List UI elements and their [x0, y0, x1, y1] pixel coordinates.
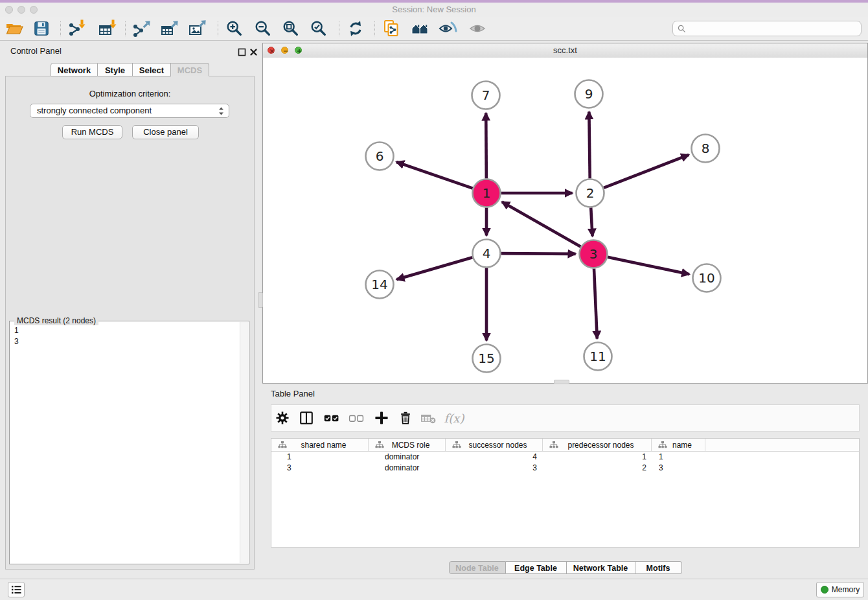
table-cell[interactable]: 1 — [543, 452, 652, 463]
graph-node-label-15: 15 — [478, 351, 494, 366]
main-titlebar[interactable]: Session: New Session — [0, 3, 868, 17]
tab-edge-table[interactable]: Edge Table — [506, 561, 567, 574]
export-network-button[interactable] — [131, 17, 153, 40]
table-cell[interactable]: 1 — [271, 452, 369, 463]
eye-icon — [468, 19, 487, 38]
graph-edge-4-3[interactable] — [501, 253, 575, 254]
import-table-button[interactable] — [97, 17, 119, 40]
column-header-MCDS-role[interactable]: MCDS role — [369, 439, 446, 451]
select-all-button[interactable] — [321, 408, 342, 428]
tab-select[interactable]: Select — [133, 63, 171, 76]
add-column-button[interactable] — [371, 408, 392, 428]
tab-motifs[interactable]: Motifs — [635, 561, 682, 574]
table-settings-button[interactable] — [272, 408, 293, 428]
zoom-in-button[interactable] — [223, 17, 246, 40]
delete-table-icon — [420, 410, 437, 426]
export-table-button[interactable] — [159, 17, 181, 40]
result-line: 3 — [14, 336, 240, 347]
graph-edge-3-11[interactable] — [594, 268, 597, 338]
network-view-window[interactable]: scc.txt 1234678910111415 — [262, 43, 868, 384]
table-cell[interactable]: 1 — [652, 452, 705, 463]
open-session-button[interactable] — [3, 17, 25, 40]
close-panel-icon[interactable] — [249, 48, 258, 56]
gear-icon — [274, 410, 291, 426]
criterion-dropdown[interactable]: strongly connected component — [30, 104, 229, 118]
float-panel-icon[interactable] — [238, 48, 246, 56]
network-window-titlebar[interactable]: scc.txt — [263, 43, 867, 58]
import-table-icon — [98, 19, 117, 38]
table-cell[interactable]: dominator — [369, 452, 446, 463]
import-network-icon — [67, 19, 87, 38]
node-table[interactable]: shared nameMCDS rolesuccessor nodesprede… — [271, 438, 860, 548]
application-window: Session: New Session — [0, 0, 868, 600]
edges-layer — [396, 111, 689, 340]
deselect-all-button[interactable] — [346, 408, 367, 428]
status-bar: Memory — [0, 579, 868, 600]
function-builder-button[interactable]: f(x) — [444, 408, 464, 428]
graph-node-label-8: 8 — [702, 141, 710, 156]
search-box[interactable] — [672, 21, 862, 36]
graph-edge-3-10[interactable] — [608, 257, 689, 275]
search-icon — [678, 25, 686, 33]
table-cell[interactable]: 4 — [446, 452, 543, 463]
window-title: Session: New Session — [0, 3, 868, 17]
table-row[interactable]: 1dominator411 — [271, 452, 859, 463]
memory-button[interactable]: Memory — [816, 582, 864, 597]
show-columns-button[interactable] — [296, 408, 317, 428]
network-overview-button[interactable] — [409, 17, 431, 40]
attribute-tree-icon — [375, 441, 384, 448]
tab-node-table[interactable]: Node Table — [449, 561, 506, 574]
column-header-shared-name[interactable]: shared name — [271, 439, 369, 451]
network-graph: 1234678910111415 — [263, 58, 867, 383]
table-cell[interactable]: 3 — [652, 463, 705, 474]
column-header-predecessor-nodes[interactable]: predecessor nodes — [543, 439, 652, 451]
task-history-button[interactable] — [8, 582, 25, 597]
copy-network-icon — [382, 19, 402, 38]
close-panel-button[interactable]: Close panel — [132, 125, 199, 139]
table-panel: Table Panel — [262, 387, 868, 579]
fx-icon: f(x) — [444, 411, 464, 425]
mcds-result-box[interactable]: MCDS result (2 nodes) 13 — [9, 321, 249, 564]
graph-edge-2-8[interactable] — [604, 155, 689, 188]
export-network-icon — [132, 19, 152, 38]
horizontal-splitter-handle[interactable] — [554, 380, 569, 384]
search-input[interactable] — [689, 23, 861, 34]
refresh-button[interactable] — [345, 17, 367, 40]
column-header-successor-nodes[interactable]: successor nodes — [446, 439, 543, 451]
zoom-fit-button[interactable] — [280, 17, 302, 40]
tab-mcds[interactable]: MCDS — [171, 63, 209, 76]
hide-panel-button[interactable] — [437, 17, 459, 40]
graph-edge-1-7[interactable] — [486, 113, 486, 178]
tab-style[interactable]: Style — [98, 63, 133, 76]
result-scrollbar[interactable] — [240, 322, 248, 563]
control-panel-tabs: NetworkStyleSelectMCDS — [51, 63, 209, 76]
export-image-button[interactable] — [187, 17, 209, 40]
run-mcds-button[interactable]: Run MCDS — [62, 125, 122, 139]
new-network-from-selection-button[interactable] — [381, 17, 403, 40]
save-session-button[interactable] — [30, 17, 52, 40]
delete-column-button[interactable] — [395, 408, 416, 428]
table-cell[interactable]: 2 — [543, 463, 652, 474]
table-cell[interactable]: 3 — [271, 463, 369, 474]
table-cell[interactable]: 3 — [446, 463, 543, 474]
tab-network[interactable]: Network — [51, 63, 98, 76]
graph-edge-2-9[interactable] — [589, 111, 589, 178]
graph-edge-3-1[interactable] — [502, 202, 581, 247]
show-panel-button[interactable] — [466, 17, 488, 40]
column-header-name[interactable]: name — [652, 439, 705, 451]
table-cell[interactable]: dominator — [369, 463, 446, 474]
delete-table-button[interactable] — [418, 408, 439, 428]
tab-network-table[interactable]: Network Table — [567, 561, 635, 574]
graph-edge-4-14[interactable] — [396, 257, 472, 279]
graph-node-label-3: 3 — [589, 246, 598, 262]
import-network-button[interactable] — [66, 17, 88, 40]
vertical-splitter-handle[interactable] — [258, 292, 263, 308]
zoom-selected-button[interactable] — [308, 17, 330, 40]
zoom-out-button[interactable] — [252, 17, 274, 40]
graph-edge-1-6[interactable] — [396, 162, 473, 189]
table-row[interactable]: 3dominator323 — [271, 463, 859, 474]
table-tabs: Node TableEdge TableNetwork TableMotifs — [449, 561, 682, 574]
network-canvas[interactable]: 1234678910111415 — [263, 58, 867, 383]
graph-edge-2-3[interactable] — [591, 207, 592, 236]
column-header-filler — [705, 439, 859, 451]
